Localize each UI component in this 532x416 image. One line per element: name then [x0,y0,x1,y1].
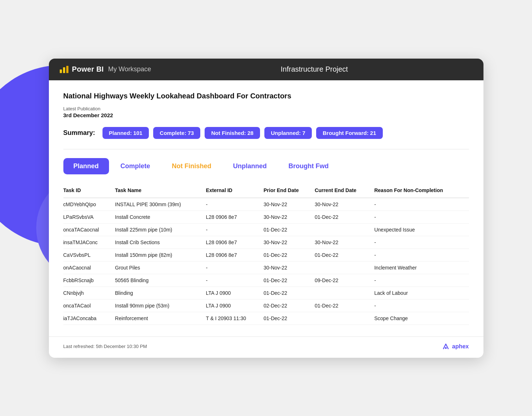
table-cell: - [206,274,264,286]
table-row: CaVSvbsPLInstall 150mm pipe (82m)L28 090… [63,249,469,261]
table-cell [315,312,374,324]
powerbi-icon [59,64,69,75]
table-cell [315,286,374,299]
table-cell: Inclement Weather [374,261,469,274]
table-cell: 02-Dec-22 [264,299,315,312]
table-cell: 30-Nov-22 [315,198,374,211]
titlebar: Power BI My Workspace Infrastructure Pro… [49,59,483,80]
table-row: CNnbjvjhBlindingLTA J 090001-Dec-22Lack … [63,286,469,299]
table-cell: 30-Nov-22 [315,236,374,249]
tab-planned[interactable]: Planned [63,158,109,174]
table-cell: - [374,236,469,249]
table-cell: 01-Dec-22 [315,249,374,261]
tasks-table: Task IDTask NameExternal IDPrior End Dat… [63,184,469,325]
table-cell: L28 0906 8e7 [206,236,264,249]
dashboard-title: National Highways Weekly Lookahead Dashb… [63,92,469,100]
main-content: National Highways Weekly Lookahead Dashb… [49,80,483,334]
table-row: cMDYebhQIpoINSTALL PIPE 300mm (39m)-30-N… [63,198,469,211]
brand-name: Power BI [72,65,104,73]
table-cell: Install Concrete [115,211,206,223]
table-cell [315,223,374,236]
col-header: Task Name [115,184,206,198]
svg-rect-0 [60,69,62,73]
publication-date: 3rd December 2022 [63,112,469,118]
table-cell: 30-Nov-22 [264,198,315,211]
table-cell: 09-Dec-22 [315,274,374,286]
svg-point-3 [445,347,447,349]
table-row: oncaTACaolInstall 90mm pipe (53m)LTA J 0… [63,299,469,312]
table-cell: oncaTACaocnal [63,223,115,236]
table-cell: 01-Dec-22 [264,223,315,236]
tab-complete[interactable]: Complete [110,158,160,174]
table-cell: 30-Nov-22 [264,261,315,274]
table-cell: 30-Nov-22 [264,236,315,249]
table-row: oncaTACaocnalInstall 225mm pipe (10m)-01… [63,223,469,236]
col-header: Reason For Non-Completion [374,184,469,198]
table-cell: - [374,274,469,286]
table-cell: Blinding [115,286,206,299]
publication-label: Latest Publication [63,106,469,111]
table-cell: CaVSvbsPL [63,249,115,261]
table-cell: L28 0906 8e7 [206,211,264,223]
table-cell: - [206,198,264,211]
table-cell: Install 225mm pipe (10m) [115,223,206,236]
section-divider [63,149,469,149]
table-cell: Install 150mm pipe (82m) [115,249,206,261]
table-cell: 01-Dec-22 [264,274,315,286]
table-cell: Install Crib Sections [115,236,206,249]
table-cell: Unexpected Issue [374,223,469,236]
table-cell: 01-Dec-22 [264,286,315,299]
table-cell: 01-Dec-22 [264,312,315,324]
table-cell: LTA J 0900 [206,299,264,312]
table-row: LPaRSvbsVAInstall ConcreteL28 0906 8e730… [63,211,469,223]
refresh-label: Last refreshed: 5th December 10:30 PM [63,344,147,349]
col-header: External ID [206,184,264,198]
col-header: Prior End Date [264,184,315,198]
aphex-icon [442,343,450,351]
summary-badge: Complete: 73 [153,127,200,139]
workspace-label: My Workspace [108,65,151,73]
table-cell: iaTJAConcaba [63,312,115,324]
table-body: cMDYebhQIpoINSTALL PIPE 300mm (39m)-30-N… [63,198,469,325]
summary-badge: Not Finished: 28 [205,127,260,139]
table-row: insaTMJAConcInstall Crib SectionsL28 090… [63,236,469,249]
table-cell [315,261,374,274]
table-cell: FcbbRScnajb [63,274,115,286]
table-cell: 50565 Blinding [115,274,206,286]
table-row: onACaocnalGrout Piles-30-Nov-22Inclement… [63,261,469,274]
col-header: Task ID [63,184,115,198]
table-cell: - [374,249,469,261]
table-cell: LTA J 0900 [206,286,264,299]
footer: Last refreshed: 5th December 10:30 PM ap… [49,336,483,358]
table-cell: - [206,261,264,274]
project-title: Infrastructure Project [281,65,348,73]
col-header: Current End Date [315,184,374,198]
summary-badge: Unplanned: 7 [264,127,312,139]
aphex-logo: aphex [442,343,469,351]
main-window: Power BI My Workspace Infrastructure Pro… [49,59,483,358]
table-cell: onACaocnal [63,261,115,274]
table-header-row: Task IDTask NameExternal IDPrior End Dat… [63,184,469,198]
tab-notfinished[interactable]: Not Finished [162,158,222,174]
table-cell: insaTMJAConc [63,236,115,249]
table-row: FcbbRScnajb50565 Blinding-01-Dec-2209-De… [63,274,469,286]
tabs-row: PlannedCompleteNot FinishedUnplannedBrou… [63,158,469,174]
tab-broughtfwd[interactable]: Brought Fwd [278,158,339,174]
summary-label: Summary: [63,129,95,137]
table-cell: Install 90mm pipe (53m) [115,299,206,312]
table-cell: Grout Piles [115,261,206,274]
table-cell: 01-Dec-22 [264,249,315,261]
table-cell: Scope Change [374,312,469,324]
table-cell: T & I 20903 11:30 [206,312,264,324]
table-cell: 01-Dec-22 [315,299,374,312]
table-cell: L28 0906 8e7 [206,249,264,261]
table-cell: Reinforcement [115,312,206,324]
table-cell: CNnbjvjh [63,286,115,299]
table-cell: - [206,223,264,236]
table-cell: oncaTACaol [63,299,115,312]
summary-badge: Planned: 101 [102,127,149,139]
table-cell: 01-Dec-22 [315,211,374,223]
table-cell: - [374,299,469,312]
tab-unplanned[interactable]: Unplanned [223,158,277,174]
table-cell: LPaRSvbsVA [63,211,115,223]
